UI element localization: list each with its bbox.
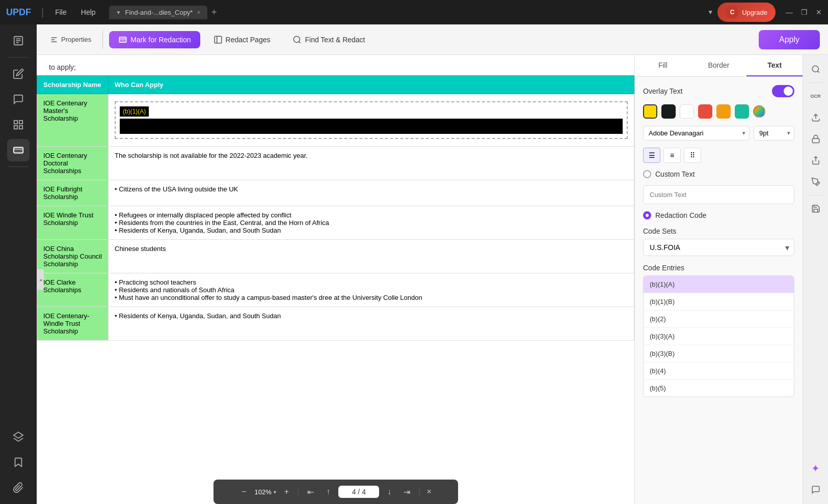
- row-name-cell: IOE China Scholarship Council Scholarshi…: [37, 240, 109, 273]
- custom-text-input[interactable]: [643, 185, 794, 204]
- code-entry[interactable]: (b)(5): [644, 379, 794, 397]
- sidebar-icon-bookmark[interactable]: [7, 451, 30, 473]
- sidebar-icon-redact[interactable]: [7, 139, 30, 161]
- svg-rect-6: [14, 126, 17, 129]
- minimize-btn[interactable]: —: [786, 8, 793, 16]
- row-content-cell: • Practicing school teachers • Residents…: [109, 273, 634, 307]
- nav-prev-btn[interactable]: ↑: [322, 485, 334, 498]
- svg-point-18: [294, 36, 300, 42]
- tab-text[interactable]: Text: [746, 55, 803, 76]
- redaction-code-radio-row[interactable]: Redaction Code: [643, 211, 794, 219]
- color-swatch-teal[interactable]: [735, 104, 749, 119]
- tab-fill[interactable]: Fill: [635, 55, 691, 76]
- page-display: 4 / 4: [338, 486, 379, 498]
- sparkle-icon-btn[interactable]: ✦: [807, 459, 825, 478]
- code-entry[interactable]: (b)(3)(B): [644, 345, 794, 362]
- nav-last-btn[interactable]: ⇥: [399, 485, 414, 499]
- extract-icon-btn[interactable]: [807, 108, 825, 127]
- share-icon-btn[interactable]: [807, 151, 825, 170]
- user-avatar: C: [726, 6, 739, 19]
- tab-title: Find-and-...dies_Copy*: [125, 9, 193, 16]
- sidebar-divider-1: [8, 57, 29, 58]
- row-name-cell: IOE Centenary-Windle Trust Scholarship: [37, 307, 109, 341]
- tab-close-btn[interactable]: ×: [197, 9, 200, 15]
- zoom-dropdown-icon[interactable]: ▾: [274, 489, 276, 495]
- properties-button[interactable]: Properties: [45, 33, 96, 47]
- custom-text-radio[interactable]: [643, 170, 651, 178]
- row-name-cell: IOE Fulbright Scholarship: [37, 180, 109, 206]
- panel-body: Overlay Text: [635, 77, 803, 504]
- nav-first-btn[interactable]: ⇤: [303, 485, 318, 499]
- upgrade-button[interactable]: C Upgrade: [717, 3, 776, 22]
- redaction-code-radio[interactable]: [643, 211, 651, 219]
- menu-file[interactable]: File: [50, 6, 72, 18]
- pg-divider-2: |: [418, 487, 420, 496]
- tab-add-btn[interactable]: +: [207, 5, 221, 20]
- zoom-display: 102% ▾: [255, 488, 276, 496]
- redact-dashed-box[interactable]: (b)(1)(A): [115, 101, 628, 139]
- content-area: ◂ to apply; Scholarship Name Who Can App…: [37, 55, 828, 504]
- code-entry[interactable]: (b)(1)(B): [644, 293, 794, 310]
- align-left-btn[interactable]: ☰: [643, 148, 660, 163]
- tab-border[interactable]: Border: [691, 55, 747, 76]
- svg-rect-23: [812, 138, 819, 143]
- sidebar-icon-read[interactable]: [7, 30, 30, 52]
- zoom-plus-btn[interactable]: +: [280, 485, 293, 498]
- redact-pages-label: Redact Pages: [226, 36, 271, 44]
- row-content-cell: Chinese students: [109, 240, 634, 273]
- color-swatch-red[interactable]: [698, 104, 712, 119]
- apply-button[interactable]: Apply: [759, 30, 820, 49]
- sidebar-icon-edit[interactable]: [7, 63, 30, 85]
- code-sets-wrapper: U.S.FOIA U.S. Privacy Act Custom: [643, 239, 794, 256]
- color-swatch-rainbow[interactable]: [753, 105, 765, 118]
- svg-rect-5: [19, 121, 22, 124]
- tab-area: ▼ Find-and-...dies_Copy* × +: [109, 5, 704, 20]
- maximize-btn[interactable]: ❐: [801, 8, 808, 16]
- ocr-icon-btn[interactable]: OCR: [807, 87, 825, 105]
- find-text-redact-btn[interactable]: Find Text & Redact: [283, 31, 374, 48]
- menu-help[interactable]: Help: [76, 6, 101, 18]
- dropdown-arrow[interactable]: ▼: [707, 9, 713, 16]
- chat-icon-btn[interactable]: [807, 481, 825, 499]
- code-entry[interactable]: (b)(4): [644, 362, 794, 379]
- save-icon-btn[interactable]: [807, 200, 825, 218]
- sidebar-icon-organize[interactable]: [7, 114, 30, 136]
- document-tab[interactable]: ▼ Find-and-...dies_Copy* ×: [109, 6, 207, 19]
- code-entry[interactable]: (b)(3)(A): [644, 327, 794, 345]
- overlay-text-toggle[interactable]: [772, 85, 794, 97]
- sidebar-icon-comment[interactable]: [7, 88, 30, 110]
- close-btn[interactable]: ✕: [816, 8, 822, 16]
- nav-next-btn[interactable]: ↓: [383, 485, 395, 498]
- titlebar-right: ▼ C Upgrade — ❐ ✕: [707, 3, 822, 22]
- code-sets-section: Code Sets U.S.FOIA U.S. Privacy Act Cust…: [643, 227, 794, 256]
- protect-icon-btn[interactable]: [807, 130, 825, 148]
- font-size-select[interactable]: 9pt 6pt 7pt 8pt 10pt 12pt: [754, 126, 794, 141]
- sign-icon-btn[interactable]: [807, 173, 825, 191]
- doc-inner: to apply; Scholarship Name Who Can Apply: [37, 55, 634, 504]
- mark-for-redaction-btn[interactable]: Mark for Redaction: [109, 31, 200, 48]
- search-icon-btn[interactable]: [807, 60, 825, 78]
- sidebar-icon-layers[interactable]: [7, 426, 30, 448]
- sidebar-icon-attachment[interactable]: [7, 477, 30, 499]
- sidebar-collapse-handle[interactable]: ◂: [37, 269, 44, 290]
- custom-text-radio-row[interactable]: Custom Text: [643, 170, 794, 178]
- color-swatch-black[interactable]: [661, 104, 676, 119]
- align-right-btn[interactable]: ⠿: [684, 148, 701, 163]
- code-entry[interactable]: (b)(2): [644, 310, 794, 327]
- redact-pages-btn[interactable]: Redact Pages: [204, 31, 280, 48]
- align-center-btn[interactable]: ≡: [663, 148, 681, 163]
- svg-rect-16: [215, 36, 222, 43]
- titlebar: UPDF | File Help ▼ Find-and-...dies_Copy…: [0, 0, 828, 24]
- right-panel: Fill Border Text Overlay Text: [634, 55, 803, 504]
- zoom-minus-btn[interactable]: −: [237, 485, 250, 498]
- code-sets-select[interactable]: U.S.FOIA U.S. Privacy Act Custom: [643, 239, 794, 256]
- tab-dropdown-icon[interactable]: ▼: [116, 10, 121, 15]
- color-swatch-yellow[interactable]: [643, 104, 657, 119]
- pagination-close-btn[interactable]: ×: [424, 485, 433, 498]
- font-family-select[interactable]: Adobe Devanagari Arial Times New Roman: [643, 126, 750, 141]
- table-row: IOE Windle Trust Scholarship • Refugees …: [37, 206, 634, 240]
- color-swatch-amber[interactable]: [716, 104, 731, 119]
- code-entry[interactable]: (b)(1)(A): [644, 276, 794, 293]
- doc-scroll[interactable]: ◂ to apply; Scholarship Name Who Can App…: [37, 55, 634, 504]
- color-swatch-white[interactable]: [680, 104, 694, 119]
